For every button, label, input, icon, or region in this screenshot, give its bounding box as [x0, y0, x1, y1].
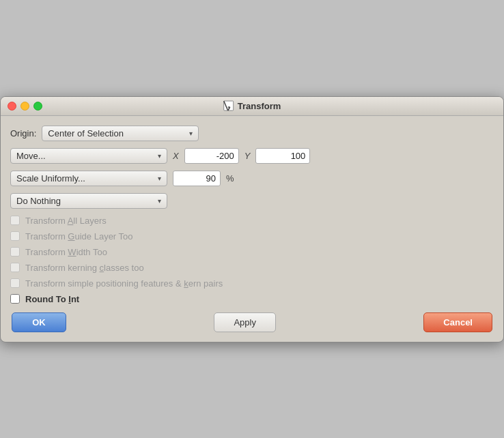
scale-chevron: ▾: [158, 175, 161, 182]
move-dropdown[interactable]: Move... ▾: [10, 148, 167, 164]
percent-label: %: [226, 173, 234, 184]
move-chevron: ▾: [158, 152, 161, 160]
checkbox-row-5: Transform simple positioning features & …: [10, 278, 494, 289]
checkbox-row-6: Round To Int: [10, 294, 494, 304]
traffic-lights: [8, 102, 42, 111]
transform-positioning-checkbox[interactable]: [10, 278, 20, 288]
donothing-label: Do Nothing: [16, 196, 61, 206]
transform-positioning-label: Transform simple positioning features & …: [25, 278, 223, 289]
checkbox-row-3: Transform Width Too: [10, 247, 494, 257]
origin-value: Center of Selection: [48, 128, 124, 138]
move-row: Move... ▾ X Y: [10, 148, 494, 164]
ok-button[interactable]: OK: [12, 312, 66, 332]
transform-guide-layer-checkbox[interactable]: [10, 231, 20, 241]
transform-all-layers-checkbox[interactable]: [10, 216, 20, 225]
titlebar: Transform: [1, 97, 503, 116]
x-label: X: [173, 151, 179, 161]
scale-dropdown[interactable]: Scale Uniformly... ▾: [10, 171, 167, 186]
transform-kerning-classes-label: Transform kerning classes too: [25, 263, 144, 273]
checkbox-row-4: Transform kerning classes too: [10, 263, 494, 273]
apply-button[interactable]: Apply: [214, 312, 276, 332]
transform-width-label: Transform Width Too: [25, 247, 107, 257]
origin-label: Origin:: [10, 128, 36, 138]
origin-dropdown[interactable]: Center of Selection ▾: [42, 126, 199, 141]
checkbox-row-1: Transform All Layers: [10, 216, 494, 226]
scale-input[interactable]: [173, 171, 221, 186]
scale-label: Scale Uniformly...: [16, 173, 85, 184]
donothing-row: Do Nothing ▾: [10, 193, 494, 209]
zoom-button[interactable]: [33, 102, 42, 111]
dialog-content: Origin: Center of Selection ▾ Move... ▾ …: [1, 116, 503, 342]
round-to-int-checkbox[interactable]: [10, 294, 20, 304]
donothing-dropdown[interactable]: Do Nothing ▾: [10, 193, 167, 209]
transform-width-checkbox[interactable]: [10, 247, 20, 257]
window-title: Transform: [238, 101, 281, 111]
donothing-chevron: ▾: [158, 197, 161, 205]
buttons-row: OK Apply Cancel: [10, 312, 494, 332]
checkbox-row-2: Transform Guide Layer Too: [10, 231, 494, 242]
round-to-int-label: Round To Int: [25, 294, 79, 304]
cancel-button[interactable]: Cancel: [423, 312, 492, 332]
transform-guide-layer-label: Transform Guide Layer Too: [25, 231, 133, 242]
scale-row: Scale Uniformly... ▾ %: [10, 171, 494, 186]
close-button[interactable]: [8, 102, 16, 111]
y-label: Y: [244, 151, 251, 161]
y-input[interactable]: [255, 148, 310, 164]
transform-icon: [223, 100, 234, 111]
move-label: Move...: [16, 151, 46, 161]
transform-kerning-classes-checkbox[interactable]: [10, 263, 20, 272]
transform-window: Transform Origin: Center of Selection ▾ …: [0, 96, 504, 342]
minimize-button[interactable]: [20, 102, 29, 111]
x-input[interactable]: [184, 148, 239, 164]
origin-chevron: ▾: [189, 130, 193, 137]
transform-all-layers-label: Transform All Layers: [25, 216, 107, 226]
checkboxes-section: Transform All Layers Transform Guide Lay…: [10, 216, 494, 304]
origin-row: Origin: Center of Selection ▾: [10, 126, 494, 141]
